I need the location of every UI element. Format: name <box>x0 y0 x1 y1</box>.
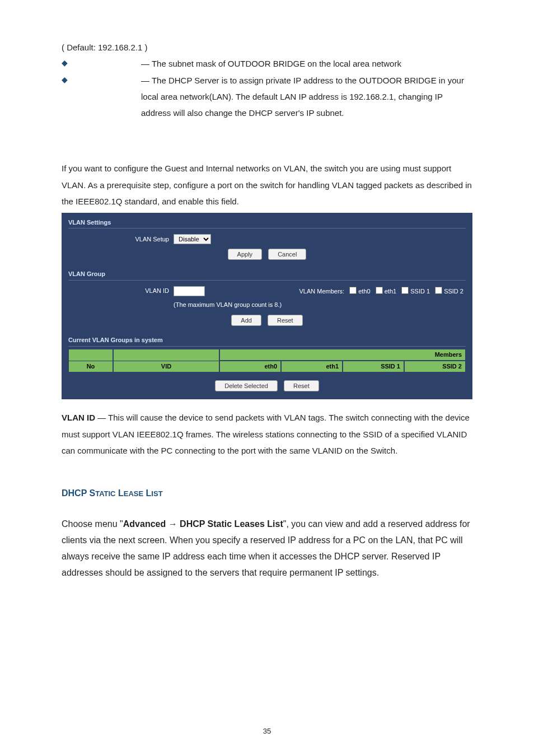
col-ssid1: SSID 1 <box>343 361 404 372</box>
checkbox-eth0[interactable] <box>349 287 357 294</box>
col-ssid2: SSID 2 <box>404 361 466 372</box>
dhcp-static-lease-heading: DHCP STATIC LEASE LIST <box>62 484 472 502</box>
vlan-settings-header: VLAN Settings <box>68 216 466 228</box>
vlan-group-header: VLAN Group <box>68 268 466 280</box>
dhcp-text: — The DHCP Server is to assign private I… <box>75 72 472 122</box>
chk-label-eth0: eth0 <box>358 288 370 295</box>
col-vid: VID <box>113 361 219 372</box>
checkbox-ssid1[interactable] <box>401 287 409 294</box>
delete-reset-row: Delete Selected Reset <box>68 380 466 391</box>
dhcp-bullet-row: ◆ — The DHCP Server is to assign private… <box>62 72 472 122</box>
cancel-button[interactable]: Cancel <box>268 249 306 260</box>
vlan-setup-label: VLAN Setup <box>68 235 174 244</box>
default-ip-line: ( Default: 192.168.2.1 ) <box>62 39 472 55</box>
chk-label-ssid1: SSID 1 <box>410 288 430 295</box>
vlan-id-input[interactable] <box>174 286 205 296</box>
vlan-id-strong: VLAN ID <box>62 413 95 422</box>
table-header-row-2: No VID eth0 eth1 SSID 1 SSID 2 <box>68 361 466 372</box>
table-header-row-1: Members <box>68 349 466 361</box>
add-reset-row: Add Reset <box>68 315 466 326</box>
dhcp-lease-paragraph: Choose menu "Advanced → DHCP Static Leas… <box>62 516 472 581</box>
checkbox-ssid2[interactable] <box>435 287 442 294</box>
max-group-note: (The maximum VLAN group count is 8.) <box>174 301 466 309</box>
document-page: ( Default: 192.168.2.1 ) ◆ — The subnet … <box>0 0 534 756</box>
diamond-icon: ◆ <box>62 72 75 87</box>
vlan-id-paragraph: VLAN ID — This will cause the device to … <box>62 409 472 459</box>
current-vlan-header: Current VLAN Groups in system <box>68 334 466 346</box>
chk-label-ssid2: SSID 2 <box>444 288 463 295</box>
vlan-members-group: VLAN Members: eth0 eth1 SSID 1 SSID 2 <box>205 287 466 296</box>
subnet-bullet: ◆ — The subnet mask of OUTDOOR BRIDGE on… <box>62 55 472 72</box>
diamond-icon: ◆ <box>62 55 75 71</box>
reset-button[interactable]: Reset <box>268 315 303 326</box>
vlan-setup-select[interactable]: Disable <box>174 234 211 244</box>
col-eth0: eth0 <box>219 361 281 372</box>
intro-paragraph: If you want to configure the Guest and I… <box>62 160 472 209</box>
add-button[interactable]: Add <box>231 315 261 326</box>
checkbox-eth1[interactable] <box>376 287 383 294</box>
vlan-id-row: VLAN ID VLAN Members: eth0 eth1 SSID 1 S… <box>68 286 466 296</box>
delete-selected-button[interactable]: Delete Selected <box>215 380 278 391</box>
col-eth1: eth1 <box>281 361 343 372</box>
vlan-settings-panel: VLAN Settings VLAN Setup Disable Apply C… <box>62 213 472 399</box>
vlan-id-label: VLAN ID <box>68 287 174 295</box>
col-vid-blank <box>113 349 219 361</box>
vlan-id-body: — This will cause the device to send pac… <box>62 413 470 455</box>
col-no-blank <box>68 349 113 361</box>
vlan-table: Members No VID eth0 eth1 SSID 1 SSID 2 <box>68 349 466 373</box>
reset-button-2[interactable]: Reset <box>284 380 319 391</box>
chk-label-eth1: eth1 <box>385 288 396 295</box>
col-members: Members <box>219 349 466 361</box>
page-number: 35 <box>0 724 534 738</box>
vlan-members-label: VLAN Members: <box>299 288 344 295</box>
apply-cancel-row: Apply Cancel <box>68 249 466 260</box>
vlan-setup-row: VLAN Setup Disable <box>68 234 466 244</box>
apply-button[interactable]: Apply <box>228 249 263 260</box>
col-no: No <box>68 361 113 372</box>
subnet-text: — The subnet mask of OUTDOOR BRIDGE on t… <box>75 55 472 72</box>
